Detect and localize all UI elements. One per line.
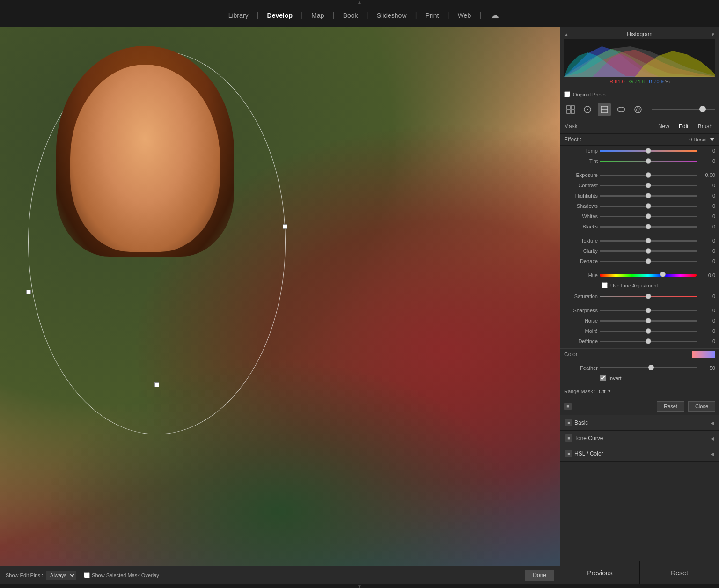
moire-value: 0 [698, 328, 715, 334]
range-mask-value[interactable]: Off [599, 389, 605, 394]
defringe-thumb[interactable] [646, 338, 651, 344]
mask-section: Mask : New Edit Brush [560, 119, 719, 134]
close-button[interactable]: Close [688, 401, 715, 412]
histogram-header: ▲ Histogram ▼ [564, 31, 715, 37]
nav-slideshow[interactable]: Slideshow [368, 4, 415, 27]
noise-thumb[interactable] [646, 318, 651, 323]
mask-new-button[interactable]: New [655, 122, 672, 131]
saturation-thumb[interactable] [646, 294, 651, 299]
noise-track[interactable] [600, 320, 697, 322]
blacks-thumb[interactable] [646, 224, 651, 229]
mask-edit-button[interactable]: Edit [676, 122, 691, 131]
nav-develop[interactable]: Develop [259, 4, 301, 27]
show-mask-overlay-checkbox[interactable] [84, 572, 90, 578]
effect-reset-label[interactable]: 0 Reset [689, 137, 707, 142]
color-swatch[interactable] [692, 351, 715, 358]
histogram-expand-icon[interactable]: ▼ [711, 32, 715, 37]
fine-adjustment-checkbox[interactable] [602, 282, 608, 288]
oval-tool-icon[interactable] [615, 103, 628, 116]
cloud-sync-icon[interactable]: ☁ [491, 10, 499, 21]
histogram-collapse-icon[interactable]: ▲ [564, 32, 569, 37]
shadows-track[interactable] [600, 206, 697, 207]
graduated-tool-icon[interactable] [598, 103, 611, 116]
nav-sep-7: | [479, 11, 481, 20]
blacks-track[interactable] [600, 226, 697, 228]
original-photo-checkbox[interactable] [564, 91, 570, 97]
tint-thumb[interactable] [646, 158, 651, 164]
accordion-tone-curve[interactable]: ■ Tone Curve ◀ [560, 431, 719, 446]
whites-label: Whites [564, 213, 598, 219]
range-mask-label: Range Mask : [564, 389, 596, 394]
highlights-thumb[interactable] [646, 193, 651, 198]
whites-track[interactable] [600, 216, 697, 217]
nav-library[interactable]: Library [220, 4, 257, 27]
dehaze-track[interactable] [600, 261, 697, 262]
feather-quick-thumb[interactable] [699, 106, 706, 112]
dehaze-slider-row: Dehaze 0 [564, 256, 715, 266]
whites-thumb[interactable] [646, 213, 651, 219]
effect-label: Effect : [564, 136, 581, 143]
effect-row: Effect : 0 Reset ▼ [560, 134, 719, 146]
blacks-value: 0 [698, 224, 715, 229]
grid-tool-icon[interactable] [564, 103, 577, 116]
mask-buttons: New Edit Brush [655, 122, 715, 131]
moire-thumb[interactable] [646, 328, 651, 334]
feather-quick-slider[interactable] [652, 109, 715, 110]
shadows-thumb[interactable] [646, 203, 651, 209]
sharpness-track[interactable] [600, 310, 697, 311]
sharpness-thumb[interactable] [646, 308, 651, 313]
mask-brush-button[interactable]: Brush [695, 122, 715, 131]
temp-thumb[interactable] [646, 148, 651, 154]
range-mask-dropdown-icon[interactable]: ▾ [608, 388, 611, 394]
clarity-track[interactable] [600, 250, 697, 252]
radial-tool-icon[interactable] [581, 103, 594, 116]
nav-map[interactable]: Map [303, 4, 332, 27]
contrast-track[interactable] [600, 185, 697, 186]
exposure-track[interactable] [600, 175, 697, 176]
texture-track[interactable] [600, 240, 697, 242]
hue-thumb[interactable] [660, 272, 666, 277]
show-edit-pins-select[interactable]: Always [46, 571, 76, 580]
svg-point-8 [617, 107, 625, 112]
nav-reset-button[interactable]: Reset [640, 561, 719, 584]
basic-collapse-icon[interactable]: ■ [565, 419, 572, 426]
exposure-thumb[interactable] [646, 172, 651, 178]
contrast-thumb[interactable] [646, 183, 651, 188]
texture-thumb[interactable] [646, 238, 651, 243]
range-tool-icon[interactable] [631, 103, 645, 116]
hsl-chevron-icon[interactable]: ◀ [711, 451, 714, 456]
photo-canvas[interactable]: ⊙✋ [0, 27, 560, 566]
hsl-collapse-icon[interactable]: ■ [565, 450, 572, 457]
basic-chevron-icon[interactable]: ◀ [711, 420, 714, 426]
shadows-label: Shadows [564, 203, 598, 209]
saturation-track[interactable] [600, 296, 697, 297]
done-button[interactable]: Done [525, 570, 554, 581]
previous-button[interactable]: Previous [560, 561, 640, 584]
photo-main[interactable]: ⊙✋ [0, 27, 560, 566]
accordion-basic[interactable]: ■ Basic ◀ [560, 415, 719, 431]
texture-value: 0 [698, 238, 715, 243]
moire-track[interactable] [600, 331, 697, 332]
hue-track[interactable] [600, 274, 697, 277]
clarity-thumb[interactable] [646, 248, 651, 254]
tone-curve-chevron-icon[interactable]: ◀ [711, 436, 714, 441]
tone-curve-collapse-icon[interactable]: ■ [565, 434, 572, 442]
dehaze-thumb[interactable] [646, 258, 651, 264]
effect-dropdown-icon[interactable]: ▼ [709, 136, 715, 143]
tool-icons-row [560, 100, 719, 119]
feather-track[interactable] [600, 367, 697, 368]
tint-track[interactable] [600, 161, 697, 162]
highlights-track[interactable] [600, 195, 697, 197]
accordion-hsl-color[interactable]: ■ HSL / Color ◀ [560, 446, 719, 462]
reset-button[interactable]: Reset [657, 401, 684, 412]
panel-bottom-collapse-icon[interactable]: ■ [564, 403, 572, 410]
temp-track[interactable] [600, 150, 697, 152]
nav-book[interactable]: Book [335, 4, 367, 27]
nav-print[interactable]: Print [417, 4, 448, 27]
nav-web[interactable]: Web [449, 4, 480, 27]
defringe-track[interactable] [600, 341, 697, 342]
bottom-toolbar: Show Edit Pins : Always Show Selected Ma… [0, 566, 560, 584]
invert-checkbox[interactable] [600, 375, 606, 381]
saturation-slider-row: Saturation 0 [564, 291, 715, 301]
feather-thumb[interactable] [648, 365, 654, 370]
